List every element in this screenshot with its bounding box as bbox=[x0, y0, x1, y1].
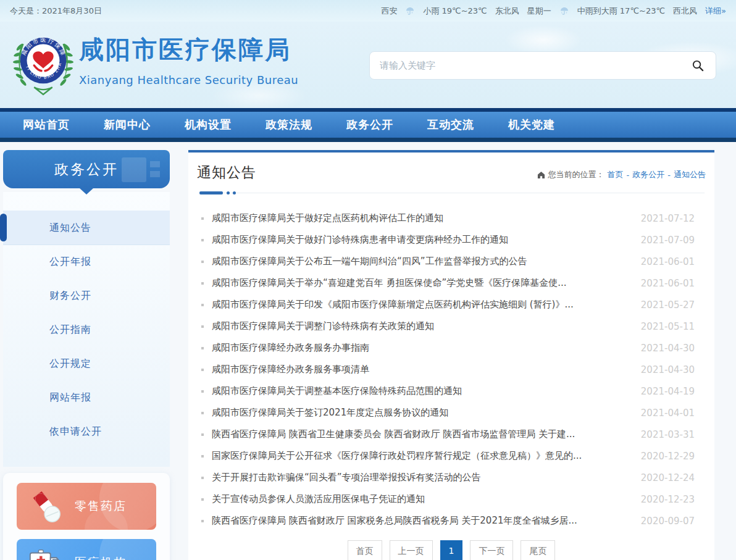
notice-list-item[interactable]: 咸阳市医疗保障经办政务服务办事指南 2021-04-30 bbox=[197, 337, 706, 359]
search-box bbox=[369, 51, 716, 80]
weather-wind-1: 东北风 bbox=[495, 6, 519, 17]
bullet-icon bbox=[201, 217, 204, 220]
pagination-next-button[interactable]: 下一页 bbox=[470, 540, 513, 560]
search-input[interactable] bbox=[380, 60, 690, 71]
search-icon[interactable] bbox=[690, 57, 706, 73]
breadcrumb-link-section[interactable]: 政务公开 bbox=[632, 169, 664, 180]
breadcrumb-link-current[interactable]: 通知公告 bbox=[674, 169, 706, 180]
notice-list-item[interactable]: 咸阳市医疗保障局关于调整门诊特殊病有关政策的通知 2021-05-11 bbox=[197, 316, 706, 337]
notice-date: 2021-04-01 bbox=[635, 407, 695, 419]
notice-date: 2021-04-30 bbox=[635, 364, 695, 375]
bullet-icon bbox=[201, 412, 204, 414]
site-title: 咸阳市医疗保障局 bbox=[79, 33, 298, 67]
nav-item[interactable]: 机关党建 bbox=[494, 112, 569, 138]
bullet-icon bbox=[201, 455, 204, 458]
bullet-icon bbox=[201, 282, 204, 285]
retail-pharmacy-card[interactable]: 零售药店 bbox=[17, 483, 156, 530]
notice-date: 2021-07-12 bbox=[635, 213, 695, 224]
notice-list: 咸阳市医疗保障局关于做好定点医药机构评估工作的通知 2021-07-12 咸阳市… bbox=[197, 207, 706, 532]
topbar: 今天是：2021年8月30日 西安 小雨 19℃~23℃ 东北风 星期一 中雨到… bbox=[0, 0, 736, 22]
sidebar-menu-item[interactable]: 通知公告 bbox=[3, 211, 170, 244]
heavy-rain-icon bbox=[559, 6, 569, 16]
notice-list-item[interactable]: 咸阳市医疗保障局关于做好定点医药机构评估工作的通知 2021-07-12 bbox=[197, 207, 706, 229]
notice-date: 2020-12-24 bbox=[635, 472, 695, 483]
sidebar-cards: 零售药店 医疗机构 bbox=[3, 473, 170, 560]
sidebar: 政务公开 通知公告 公开年报 财务公开 公开指南 公开规定 网站年报 依申请公开 bbox=[3, 150, 170, 560]
notice-list-item[interactable]: 国家医疗保障局关于公开征求《医疗保障行政处罚程序暂行规定（征求意见稿）》意见的.… bbox=[197, 445, 706, 467]
notice-title: 咸阳市医疗保障局关于调整基本医疗保险特殊药品范围的通知 bbox=[212, 385, 635, 397]
notice-title: 咸阳市医疗保障经办政务服务事项清单 bbox=[212, 364, 635, 375]
notice-list-item[interactable]: 关于开展打击欺诈骗保“回头看”专项治理举报投诉有奖活动的公告 2020-12-2… bbox=[197, 467, 706, 488]
notice-date: 2021-07-09 bbox=[635, 235, 695, 246]
home-icon bbox=[537, 171, 545, 179]
notice-date: 2020-09-07 bbox=[635, 516, 695, 527]
notice-title: 咸阳市医疗保障局关于调整门诊特殊病有关政策的通知 bbox=[212, 320, 635, 332]
rain-icon bbox=[405, 6, 415, 16]
notice-date: 2021-06-01 bbox=[635, 256, 695, 267]
notice-title: 关于开展打击欺诈骗保“回头看”专项治理举报投诉有奖活动的公告 bbox=[212, 472, 635, 483]
nav-item[interactable]: 政务公开 bbox=[332, 112, 408, 138]
nav-item[interactable]: 新闻中心 bbox=[90, 112, 165, 138]
notice-title: 咸阳市医疗保障局关于做好定点医药机构评估工作的通知 bbox=[212, 212, 635, 224]
bullet-icon bbox=[201, 390, 204, 393]
bullet-icon bbox=[201, 520, 204, 522]
notice-title: 咸阳市医疗保障局关于举办“喜迎建党百年 勇担医保使命”学党史暨《医疗保障基金使.… bbox=[212, 277, 635, 289]
pagination-page-1-button[interactable]: 1 bbox=[440, 540, 463, 560]
notice-date: 2021-03-31 bbox=[635, 429, 695, 440]
sidebar-menu-item[interactable]: 网站年报 bbox=[3, 380, 170, 414]
sidebar-menu-item[interactable]: 公开年报 bbox=[3, 244, 170, 278]
notice-list-item[interactable]: 咸阳市医疗保障局关于签订2021年度定点服务协议的通知 2021-04-01 bbox=[197, 402, 706, 424]
pagination-first-button[interactable]: 首页 bbox=[348, 540, 382, 560]
weather-city: 西安 bbox=[381, 6, 397, 17]
sidebar-menu-item[interactable]: 财务公开 bbox=[3, 278, 170, 312]
breadcrumb-prefix: 您当前的位置： bbox=[548, 169, 604, 180]
bullet-icon bbox=[201, 261, 204, 263]
newspaper-icon bbox=[122, 157, 161, 182]
weather-desc-1: 小雨 19℃~23℃ bbox=[423, 6, 487, 17]
pagination: 首页 上一页 1 下一页 尾页 bbox=[197, 540, 706, 560]
sidebar-menu-item[interactable]: 公开指南 bbox=[3, 312, 170, 346]
current-date: 今天是：2021年8月30日 bbox=[10, 6, 102, 17]
notice-title: 咸阳市医疗保障局关于印发《咸阳市医疗保障新增定点医药机构评估实施细则 (暂行)》… bbox=[212, 299, 635, 311]
main-nav: 网站首页 新闻中心 机构设置 政策法规 政务公开 互动交流 机关党建 bbox=[0, 108, 736, 142]
site-header: 咸阳市医疗保障局 YI LIAO BAO ZHANG 咸阳市医疗保障局 Xian… bbox=[0, 22, 736, 108]
breadcrumb-link-home[interactable]: 首页 bbox=[608, 169, 624, 180]
notice-list-item[interactable]: 咸阳市医疗保障局关于公布五一端午期间纠治“四风”工作监督举报方式的公告 2021… bbox=[197, 251, 706, 272]
page-title: 通知公告 bbox=[197, 163, 256, 182]
notice-list-item[interactable]: 陕西省医疗保障局 陕西省卫生健康委员会 陕西省财政厅 陕西省市场监督管理局 关于… bbox=[197, 424, 706, 445]
nav-item[interactable]: 政策法规 bbox=[251, 112, 327, 138]
nav-item[interactable]: 互动交流 bbox=[413, 112, 488, 138]
page-body: 政务公开 通知公告 公开年报 财务公开 公开指南 公开规定 网站年报 依申请公开 bbox=[0, 142, 736, 560]
notice-date: 2021-04-19 bbox=[635, 386, 695, 397]
pagination-prev-button[interactable]: 上一页 bbox=[390, 540, 433, 560]
bullet-icon bbox=[201, 304, 204, 306]
bullet-icon bbox=[201, 347, 204, 349]
notice-date: 2020-12-23 bbox=[635, 494, 695, 505]
notice-list-item[interactable]: 陕西省医疗保障局 陕西省财政厅 国家税务总局陕西省税务局 关于2021年度全省城… bbox=[197, 510, 706, 532]
notice-list-item[interactable]: 咸阳市医疗保障局关于举办“喜迎建党百年 勇担医保使命”学党史暨《医疗保障基金使.… bbox=[197, 272, 706, 294]
notice-list-item[interactable]: 关于宣传动员参保人员激活应用医保电子凭证的通知 2020-12-23 bbox=[197, 488, 706, 510]
notice-title: 陕西省医疗保障局 陕西省财政厅 国家税务总局陕西省税务局 关于2021年度全省城… bbox=[212, 515, 635, 527]
notice-list-item[interactable]: 咸阳市医疗保障局关于调整基本医疗保险特殊药品范围的通知 2021-04-19 bbox=[197, 380, 706, 402]
notice-title: 咸阳市医疗保障局关于公布五一端午期间纠治“四风”工作监督举报方式的公告 bbox=[212, 256, 635, 267]
pagination-last-button[interactable]: 尾页 bbox=[521, 540, 555, 560]
bureau-logo-icon: 咸阳市医疗保障局 YI LIAO BAO ZHANG bbox=[10, 27, 77, 98]
notice-title: 关于宣传动员参保人员激活应用医保电子凭证的通知 bbox=[212, 493, 635, 505]
weather-wind-2: 西北风 bbox=[673, 6, 697, 17]
sidebar-menu-item[interactable]: 公开规定 bbox=[3, 346, 170, 380]
notice-date: 2020-12-29 bbox=[635, 451, 695, 462]
notice-list-item[interactable]: 咸阳市医疗保障局关于做好门诊特殊病患者申请变更病种经办工作的通知 2021-07… bbox=[197, 229, 706, 251]
notice-title: 陕西省医疗保障局 陕西省卫生健康委员会 陕西省财政厅 陕西省市场监督管理局 关于… bbox=[212, 428, 635, 440]
notice-list-item[interactable]: 咸阳市医疗保障局关于印发《咸阳市医疗保障新增定点医药机构评估实施细则 (暂行)》… bbox=[197, 294, 706, 316]
sidebar-menu: 通知公告 公开年报 财务公开 公开指南 公开规定 网站年报 依申请公开 bbox=[3, 192, 170, 467]
main-content: 通知公告 您当前的位置： 首页 - 政务公开 - 通知公告 咸阳市医疗保障局关于… bbox=[188, 150, 714, 560]
bullet-icon bbox=[201, 325, 204, 328]
sidebar-menu-item[interactable]: 依申请公开 bbox=[3, 414, 170, 448]
nav-item[interactable]: 机构设置 bbox=[170, 112, 246, 138]
weather-detail-link[interactable]: 详细» bbox=[705, 6, 726, 17]
bullet-icon bbox=[201, 369, 204, 371]
medical-institution-card[interactable]: 医疗机构 bbox=[17, 539, 156, 560]
notice-title: 国家医疗保障局关于公开征求《医疗保障行政处罚程序暂行规定（征求意见稿）》意见的.… bbox=[212, 450, 635, 462]
notice-list-item[interactable]: 咸阳市医疗保障经办政务服务事项清单 2021-04-30 bbox=[197, 359, 706, 380]
nav-item[interactable]: 网站首页 bbox=[9, 112, 84, 138]
